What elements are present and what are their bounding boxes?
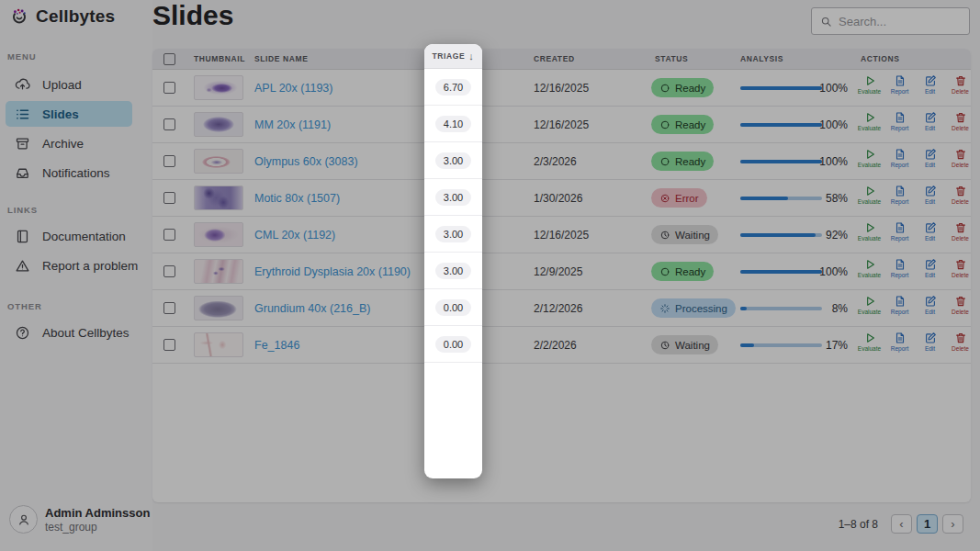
- triage-value: 3.00: [435, 226, 471, 242]
- row-checkbox[interactable]: [163, 192, 175, 204]
- edit-button[interactable]: Edit: [918, 148, 941, 168]
- sidebar-item-about[interactable]: About Cellbytes: [0, 320, 140, 345]
- report-button[interactable]: Report: [888, 111, 911, 131]
- row-checkbox[interactable]: [163, 229, 175, 241]
- analysis-percent: 100%: [795, 82, 848, 95]
- pagination-next-button[interactable]: ›: [942, 514, 963, 534]
- sidebar-item-report-problem[interactable]: Report a problem: [0, 253, 140, 278]
- status-badge: Ready: [651, 115, 714, 134]
- row-checkbox[interactable]: [163, 339, 175, 351]
- slide-thumbnail[interactable]: [194, 149, 243, 174]
- app-logo[interactable]: Cellbytes: [9, 6, 115, 27]
- trash-icon: [954, 74, 967, 87]
- sidebar-item-notifications[interactable]: Notifications: [0, 160, 140, 186]
- slide-name-link[interactable]: Grundium 40x (216_B): [254, 302, 370, 315]
- delete-button[interactable]: Delete: [949, 148, 972, 168]
- delete-button[interactable]: Delete: [949, 111, 972, 131]
- slide-thumbnail[interactable]: [194, 112, 243, 137]
- play-icon: [863, 332, 876, 344]
- slide-name-link[interactable]: Erythroid Dysplasia 20x (1190): [254, 265, 411, 278]
- slide-thumbnail[interactable]: [194, 332, 243, 357]
- delete-button[interactable]: Delete: [949, 332, 972, 352]
- action-label: Edit: [925, 88, 935, 95]
- evaluate-button[interactable]: Evaluate: [858, 295, 881, 315]
- delete-button[interactable]: Delete: [949, 295, 972, 315]
- select-all-checkbox[interactable]: [163, 53, 175, 65]
- sidebar-item-slides[interactable]: Slides: [6, 101, 132, 127]
- user-avatar[interactable]: [9, 505, 38, 534]
- evaluate-button[interactable]: Evaluate: [858, 332, 881, 352]
- trash-icon: [954, 221, 967, 234]
- row-checkbox[interactable]: [163, 82, 175, 94]
- slide-thumbnail[interactable]: [194, 222, 243, 247]
- slide-thumbnail[interactable]: [194, 75, 243, 100]
- delete-button[interactable]: Delete: [949, 185, 972, 205]
- edit-button[interactable]: Edit: [918, 332, 941, 352]
- report-button[interactable]: Report: [888, 74, 911, 95]
- col-header-actions[interactable]: ACTIONS: [861, 49, 899, 70]
- edit-button[interactable]: Edit: [918, 258, 941, 278]
- slide-thumbnail[interactable]: [194, 259, 243, 284]
- created-date: 2/2/2026: [534, 339, 577, 352]
- evaluate-button[interactable]: Evaluate: [858, 258, 881, 278]
- sidebar-item-upload[interactable]: Upload: [0, 72, 140, 97]
- slide-name-link[interactable]: CML 20x (1192): [254, 229, 335, 242]
- evaluate-button[interactable]: Evaluate: [858, 74, 881, 95]
- evaluate-button[interactable]: Evaluate: [858, 185, 881, 205]
- slide-thumbnail[interactable]: [194, 186, 243, 210]
- slide-name-link[interactable]: Motic 80x (1507): [254, 192, 340, 205]
- evaluate-button[interactable]: Evaluate: [858, 111, 881, 131]
- slide-name-link[interactable]: Fe_1846: [254, 339, 299, 352]
- report-button[interactable]: Report: [888, 221, 911, 242]
- action-label: Delete: [952, 272, 969, 278]
- edit-button[interactable]: Edit: [918, 74, 941, 95]
- row-checkbox[interactable]: [163, 118, 175, 130]
- row-checkbox[interactable]: [163, 155, 175, 167]
- edit-pencil-icon: [924, 332, 937, 344]
- delete-button[interactable]: Delete: [949, 74, 972, 95]
- delete-button[interactable]: Delete: [949, 221, 972, 242]
- action-label: Evaluate: [858, 345, 881, 352]
- edit-button[interactable]: Edit: [918, 185, 941, 205]
- col-header-status[interactable]: STATUS: [655, 49, 688, 70]
- slide-name-link[interactable]: Olympus 60x (3083): [254, 155, 358, 168]
- evaluate-button[interactable]: Evaluate: [858, 148, 881, 168]
- col-header-slide-name[interactable]: SLIDE NAME: [254, 49, 308, 70]
- evaluate-button[interactable]: Evaluate: [858, 221, 881, 242]
- row-checkbox[interactable]: [163, 302, 175, 314]
- edit-button[interactable]: Edit: [918, 295, 941, 315]
- report-button[interactable]: Report: [888, 185, 911, 205]
- delete-button[interactable]: Delete: [949, 258, 972, 278]
- analysis-percent: 17%: [795, 339, 848, 352]
- trash-icon: [954, 295, 967, 308]
- sidebar-item-archive[interactable]: Archive: [0, 130, 140, 156]
- search-input[interactable]: [839, 15, 961, 28]
- pagination-page-1-button[interactable]: 1: [917, 514, 938, 534]
- report-button[interactable]: Report: [888, 332, 911, 352]
- triage-value: 3.00: [435, 189, 471, 206]
- report-button[interactable]: Report: [888, 258, 911, 278]
- row-checkbox[interactable]: [163, 265, 175, 277]
- col-header-analysis[interactable]: ANALYSIS: [740, 49, 783, 70]
- report-button[interactable]: Report: [888, 295, 911, 315]
- slide-name-link[interactable]: MM 20x (1191): [254, 118, 331, 131]
- sidebar-item-documentation[interactable]: Documentation: [0, 223, 140, 249]
- sidebar-item-label: Archive: [42, 137, 84, 151]
- trash-icon: [954, 258, 967, 271]
- action-label: Delete: [952, 162, 969, 168]
- slides-table: THUMBNAIL SLIDE NAME CREATED STATUS ANAL…: [152, 49, 971, 502]
- report-button[interactable]: Report: [888, 148, 911, 168]
- col-header-thumbnail[interactable]: THUMBNAIL: [194, 49, 245, 70]
- triage-cell: 3.00: [424, 142, 482, 179]
- analysis-percent: 100%: [795, 265, 848, 278]
- slide-name-link[interactable]: APL 20x (1193): [254, 82, 332, 95]
- col-header-created[interactable]: CREATED: [534, 49, 575, 70]
- pagination-prev-button[interactable]: ‹: [891, 514, 912, 534]
- action-label: Delete: [952, 309, 969, 315]
- created-date: 2/3/2026: [534, 155, 577, 168]
- edit-button[interactable]: Edit: [918, 221, 941, 242]
- triage-column-header[interactable]: TRIAGE ↓: [424, 44, 482, 69]
- action-label: Report: [891, 235, 909, 242]
- slide-thumbnail[interactable]: [194, 296, 243, 320]
- edit-button[interactable]: Edit: [918, 111, 941, 131]
